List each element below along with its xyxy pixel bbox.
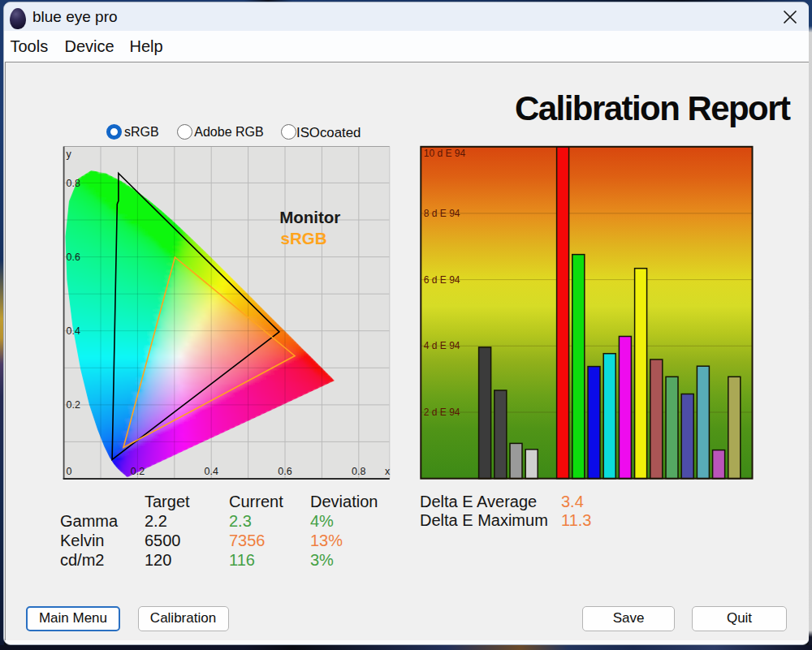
svg-text:Monitor: Monitor	[279, 208, 340, 226]
svg-text:8 d E 94: 8 d E 94	[424, 208, 460, 219]
svg-text:6 d E 94: 6 d E 94	[424, 274, 460, 286]
svg-text:10 d E 94: 10 d E 94	[424, 148, 466, 159]
svg-text:0.8: 0.8	[352, 466, 365, 477]
svg-text:0.2: 0.2	[131, 466, 145, 477]
svg-text:sRGB: sRGB	[281, 229, 327, 248]
svg-text:0.4: 0.4	[205, 466, 218, 477]
svg-text:0.8: 0.8	[67, 178, 80, 189]
svg-text:0: 0	[67, 466, 72, 477]
svg-text:0.6: 0.6	[67, 252, 80, 263]
svg-text:4 d E 94: 4 d E 94	[424, 340, 460, 351]
svg-text:0.2: 0.2	[67, 399, 80, 411]
svg-text:2 d E 94: 2 d E 94	[424, 407, 460, 418]
svg-text:0.4: 0.4	[67, 325, 80, 337]
svg-text:y: y	[67, 149, 72, 160]
svg-text:0.6: 0.6	[278, 466, 292, 477]
svg-text:x: x	[385, 466, 391, 477]
